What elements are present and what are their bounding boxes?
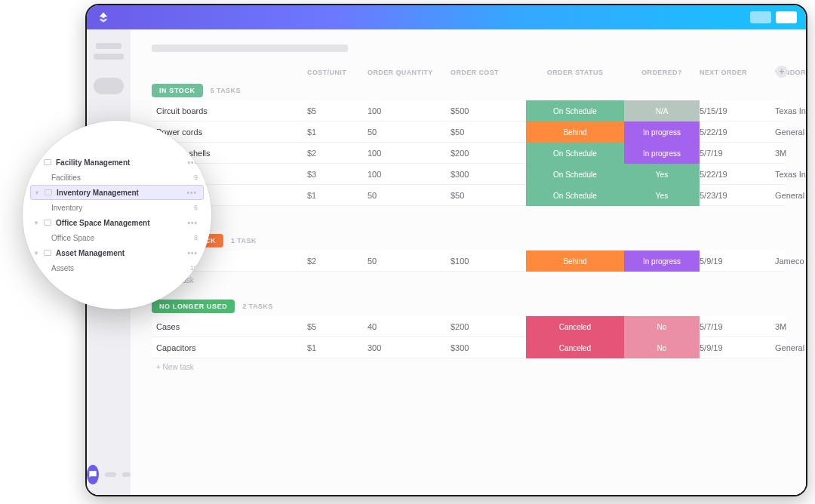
cell-ordercost[interactable]: $50 <box>451 128 526 137</box>
cell-status[interactable]: Behind <box>526 250 624 272</box>
cell-cost[interactable]: $2 <box>307 257 368 266</box>
group-header[interactable]: OUT OF STOCK1 TASK <box>152 234 785 247</box>
cell-cost[interactable]: $1 <box>307 343 368 352</box>
col-qty[interactable]: ORDER QUANTITY <box>368 69 451 76</box>
cell-status[interactable]: On Schedule <box>526 164 624 185</box>
cell-vendor[interactable]: Texas Instruments <box>775 170 806 179</box>
col-ordercost[interactable]: ORDER COST <box>451 69 526 76</box>
cell-ordered[interactable]: In progress <box>624 121 700 143</box>
cell-ordercost[interactable]: $100 <box>451 257 526 266</box>
more-icon[interactable]: ••• <box>187 219 198 227</box>
cell-cost[interactable]: $1 <box>307 191 368 200</box>
cell-next[interactable]: 5/7/19 <box>700 149 775 158</box>
cell-ordercost[interactable]: $300 <box>451 170 526 179</box>
chat-icon[interactable] <box>87 465 99 484</box>
sidebar-folder[interactable]: ▾Facility Management••• <box>30 155 204 170</box>
cell-ordered[interactable]: Yes <box>624 185 700 206</box>
cell-qty[interactable]: 50 <box>368 128 451 137</box>
cell-status[interactable]: On Schedule <box>526 100 624 121</box>
cell-cost[interactable]: $5 <box>307 106 368 115</box>
cell-qty[interactable]: 100 <box>368 106 451 115</box>
cell-status[interactable]: On Schedule <box>526 185 624 206</box>
cell-qty[interactable]: 40 <box>368 322 451 331</box>
col-cost[interactable]: COST/UNIT <box>307 69 368 76</box>
add-column-button[interactable]: + <box>776 66 788 78</box>
task-name[interactable]: Cases <box>156 322 307 331</box>
new-task-button[interactable]: + New task <box>152 272 785 286</box>
cell-ordercost[interactable]: $200 <box>451 322 526 331</box>
cell-qty[interactable]: 50 <box>368 191 451 200</box>
col-ordered[interactable]: ORDERED? <box>624 69 700 76</box>
col-next[interactable]: NEXT ORDER <box>700 69 775 76</box>
cell-qty[interactable]: 100 <box>368 170 451 179</box>
sidebar-item[interactable]: Assets10 <box>30 260 204 275</box>
task-row[interactable]: Capacitors$1300$300CanceledNo5/9/19Gener… <box>152 337 785 358</box>
cell-ordercost[interactable]: $50 <box>451 191 526 200</box>
more-icon[interactable]: ••• <box>187 249 198 257</box>
cell-cost[interactable]: $5 <box>307 322 368 331</box>
task-row[interactable]: Ribbon cables$150$50On ScheduleYes5/23/1… <box>152 185 785 206</box>
task-row[interactable]: Housing shells$2100$200On ScheduleIn pro… <box>152 143 785 164</box>
sidebar-item[interactable]: Inventory6 <box>30 200 204 215</box>
cell-ordered[interactable]: In progress <box>624 143 700 164</box>
task-name[interactable]: Power cords <box>156 128 307 137</box>
sidebar-folder[interactable]: ▾Asset Management••• <box>30 245 204 260</box>
cell-next[interactable]: 5/23/19 <box>700 191 775 200</box>
new-task-button[interactable]: + New task <box>152 358 785 373</box>
cell-vendor[interactable]: Jameco <box>775 257 806 266</box>
cell-cost[interactable]: $3 <box>307 170 368 179</box>
task-row[interactable]: Displays$3100$300On ScheduleYes5/22/19Te… <box>152 164 785 185</box>
cell-status[interactable]: Canceled <box>526 337 624 358</box>
col-status[interactable]: ORDER STATUS <box>526 69 624 76</box>
cell-vendor[interactable]: General Electric <box>775 343 806 352</box>
cell-ordercost[interactable]: $300 <box>451 343 526 352</box>
window-minimize-button[interactable] <box>750 11 771 23</box>
cell-ordercost[interactable]: $200 <box>451 149 526 158</box>
cell-status[interactable]: Behind <box>526 121 624 143</box>
cell-vendor[interactable]: 3M <box>775 322 806 331</box>
cell-ordered[interactable]: In progress <box>624 250 700 272</box>
task-row[interactable]: Power cords$150$50BehindIn progress5/22/… <box>152 121 785 143</box>
group-header[interactable]: IN STOCK5 TASKS <box>152 84 785 97</box>
cell-ordered[interactable]: N/A <box>624 100 700 121</box>
cell-ordered[interactable]: Yes <box>624 164 700 185</box>
cell-next[interactable]: 5/15/19 <box>700 106 775 115</box>
task-row[interactable]: Circuit boards$5100$500On ScheduleN/A5/1… <box>152 100 785 121</box>
cell-vendor[interactable]: Texas Instruments <box>775 106 806 115</box>
cell-status[interactable]: Canceled <box>526 316 624 337</box>
cell-next[interactable]: 5/9/19 <box>700 343 775 352</box>
sidebar-item[interactable]: Facilities9 <box>30 170 204 185</box>
cell-qty[interactable]: 100 <box>368 149 451 158</box>
cell-qty[interactable]: 300 <box>368 343 451 352</box>
cell-ordercost[interactable]: $500 <box>451 106 526 115</box>
cell-ordered[interactable]: No <box>624 316 700 337</box>
cell-ordered[interactable]: No <box>624 337 700 358</box>
cell-status[interactable]: On Schedule <box>526 143 624 164</box>
cell-vendor[interactable]: General Electric <box>775 128 806 137</box>
cell-vendor[interactable]: 3M <box>775 149 806 158</box>
cell-cost[interactable]: $1 <box>307 128 368 137</box>
more-icon[interactable]: ••• <box>186 189 197 197</box>
cell-next[interactable]: 5/9/19 <box>700 257 775 266</box>
group-status-pill[interactable]: IN STOCK <box>152 84 203 97</box>
group-header[interactable]: NO LONGER USED2 TASKS <box>152 300 785 313</box>
cell-next[interactable]: 5/22/19 <box>700 170 775 179</box>
task-name[interactable]: Circuit boards <box>156 106 307 115</box>
group-status-pill[interactable]: NO LONGER USED <box>152 300 235 313</box>
titlebar <box>87 5 806 29</box>
rail-search-placeholder[interactable] <box>94 78 124 94</box>
task-row[interactable]: Cases$540$200CanceledNo5/7/193M <box>152 316 785 337</box>
new-task-button[interactable]: + New task <box>152 206 785 220</box>
cell-cost[interactable]: $2 <box>307 149 368 158</box>
task-name[interactable]: Capacitors <box>156 343 307 352</box>
sidebar-folder[interactable]: ▾Office Space Management••• <box>30 215 204 230</box>
task-row[interactable]: USB cords$250$100BehindIn progress5/9/19… <box>152 250 785 272</box>
window-maximize-button[interactable] <box>776 11 797 23</box>
groups-container: IN STOCK5 TASKSCircuit boards$5100$500On… <box>152 84 785 373</box>
sidebar-folder[interactable]: ▾Inventory Management••• <box>30 185 204 200</box>
cell-vendor[interactable]: General Electric <box>775 191 806 200</box>
cell-qty[interactable]: 50 <box>368 257 451 266</box>
cell-next[interactable]: 5/22/19 <box>700 128 775 137</box>
sidebar-item[interactable]: Office Space8 <box>30 230 204 245</box>
cell-next[interactable]: 5/7/19 <box>700 322 775 331</box>
